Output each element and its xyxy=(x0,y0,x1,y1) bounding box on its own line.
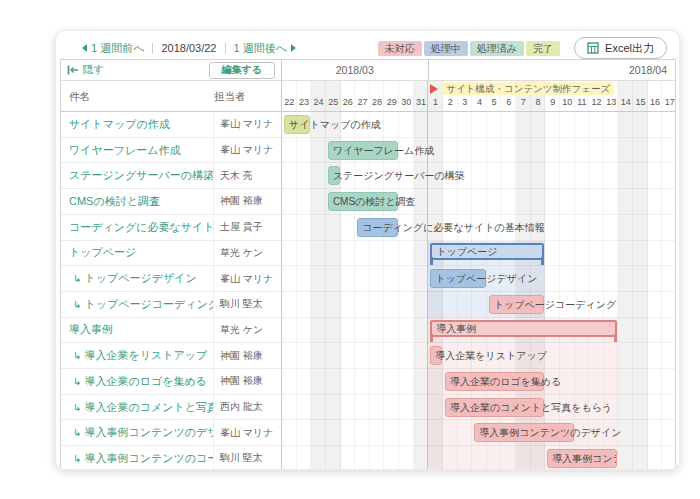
day-number: 26 xyxy=(341,97,356,107)
task-row: ↳導入企業をリストアップ神園 裕康 xyxy=(61,343,281,369)
assignee-label: 草光 ケン xyxy=(213,318,281,343)
toolbar-right: 未対応処理中処理済み完了 Excel出力 xyxy=(378,37,667,59)
subject-column-header: 件名 xyxy=(69,90,90,104)
gantt-bar[interactable]: トップページデザイン xyxy=(430,269,486,288)
chart-row: トップページデザイン xyxy=(282,266,675,292)
parent-gantt-bar[interactable]: トップページ xyxy=(430,243,544,260)
subject-link[interactable]: コーディングに必要なサイトの基本... xyxy=(61,220,213,235)
status-badge-resolved: 処理済み xyxy=(470,41,524,56)
subject-link[interactable]: サイトマップの作成 xyxy=(61,117,213,132)
child-arrow-icon: ↳ xyxy=(73,273,81,284)
day-number: 28 xyxy=(370,97,385,107)
prev-week-link[interactable]: 1 週間前へ xyxy=(82,41,144,56)
milestone-label[interactable]: サイト構成・コンテンツ制作フェーズ xyxy=(442,82,614,95)
assignee-column-header: 担当者 xyxy=(214,90,246,104)
gantt-bar-label: CMSの検討と調査 xyxy=(333,196,416,207)
task-list-header: 件名 担当者 xyxy=(61,81,281,112)
excel-export-button[interactable]: Excel出力 xyxy=(574,37,667,59)
day-number: 5 xyxy=(487,97,502,107)
chart-row: 導入事例コンテンツのコーディング xyxy=(282,446,675,469)
subject-link[interactable]: ↳トップページデザイン xyxy=(61,271,213,286)
parent-gantt-bar[interactable]: 導入事例 xyxy=(430,320,617,337)
subject-text: 導入事例コンテンツのデザイン xyxy=(84,425,213,440)
assignee-label: 峯山 マリナ xyxy=(213,420,281,445)
gantt-bar[interactable]: コーディングに必要なサイトの基本情報 xyxy=(357,218,398,237)
parent-bar-hook xyxy=(541,257,544,265)
day-number: 10 xyxy=(560,97,575,107)
month-label: 2018/03 xyxy=(282,60,428,80)
subject-text: トップページデザイン xyxy=(84,271,196,286)
assignee-label: 峯山 マリナ xyxy=(213,266,281,291)
task-row: ↳導入事例コンテンツのデザイン峯山 マリナ xyxy=(61,420,281,446)
day-number: 8 xyxy=(531,97,546,107)
assignee-label: 駒川 堅太 xyxy=(213,292,281,317)
gantt-bar[interactable]: 導入企業をリストアップ xyxy=(430,346,442,365)
subject-text: 導入事例コンテンツのコーディング xyxy=(84,451,213,466)
milestone-flag-icon xyxy=(430,84,438,94)
chart-row: 導入企業のロゴを集める xyxy=(282,369,675,395)
chart-row: 導入事例 xyxy=(282,318,675,344)
excel-export-label: Excel出力 xyxy=(605,41,654,56)
subject-link[interactable]: ↳導入事例コンテンツのデザイン xyxy=(61,425,213,440)
subject-link[interactable]: ↳導入企業をリストアップ xyxy=(61,348,213,363)
excel-table-icon xyxy=(587,42,599,54)
day-number: 14 xyxy=(618,97,633,107)
day-number: 27 xyxy=(355,97,370,107)
task-row: CMSの検討と調査神園 裕康 xyxy=(61,189,281,215)
gantt-bar[interactable]: 導入事例コンテンツのコーディング xyxy=(547,449,617,468)
subject-link[interactable]: ステージングサーバーの構築 xyxy=(61,168,213,183)
subject-link[interactable]: ↳導入事例コンテンツのコーディング xyxy=(61,451,213,466)
status-badge-done: 完了 xyxy=(526,41,560,56)
gantt-bar[interactable]: ワイヤーフレーム作成 xyxy=(328,141,398,160)
next-week-link[interactable]: 1 週間後へ xyxy=(234,41,296,56)
gantt-bar[interactable]: 導入企業のロゴを集める xyxy=(445,372,544,391)
subject-text: 導入企業のコメントと写真をもらう xyxy=(84,400,213,415)
assignee-label: 神園 裕康 xyxy=(213,189,281,214)
gantt-bar[interactable]: 導入企業のコメントと写真をもらう xyxy=(445,398,544,417)
task-list-rows: サイトマップの作成峯山 マリナワイヤーフレーム作成峯山 マリナステージングサーバ… xyxy=(61,112,281,469)
assignee-label: 西内 龍太 xyxy=(213,395,281,420)
task-row: コーディングに必要なサイトの基本...土屋 貴子 xyxy=(61,215,281,241)
gantt-bar-label: 導入事例コンテンツのコーディング xyxy=(552,453,617,464)
subject-link[interactable]: ↳トップページコーディング xyxy=(61,297,213,312)
child-arrow-icon: ↳ xyxy=(73,453,81,464)
gantt-bar-label: 導入企業をリストアップ xyxy=(435,350,547,361)
task-row: ↳導入事例コンテンツのコーディング駒川 堅太 xyxy=(61,446,281,470)
gantt-bar[interactable]: CMSの検討と調査 xyxy=(328,192,398,211)
task-row: ↳トップページコーディング駒川 堅太 xyxy=(61,292,281,318)
day-number: 2 xyxy=(443,97,458,107)
edit-button[interactable]: 編集する xyxy=(209,62,275,79)
day-number: 23 xyxy=(297,97,312,107)
day-number-row: 2223242526272829303112345678910111213141… xyxy=(282,97,675,110)
gantt-bar-label: トップページデザイン xyxy=(435,273,537,284)
assignee-label: 神園 裕康 xyxy=(213,369,281,394)
subject-link[interactable]: CMSの検討と調査 xyxy=(61,194,213,209)
day-number: 13 xyxy=(604,97,619,107)
chart-row: サイトマップの作成 xyxy=(282,112,675,138)
gantt-bar[interactable]: サイトマップの作成 xyxy=(284,115,310,134)
day-number: 25 xyxy=(326,97,341,107)
chart-row: 導入企業のコメントと写真をもらう xyxy=(282,395,675,421)
subject-text: トップページ xyxy=(69,245,136,260)
hide-panel-button[interactable]: 隠す xyxy=(67,63,104,77)
subject-link[interactable]: ワイヤーフレーム作成 xyxy=(61,143,213,158)
gantt-bar[interactable]: 導入事例コンテンツのデザイン xyxy=(474,423,573,442)
assignee-label: 草光 ケン xyxy=(213,241,281,266)
subject-text: コーディングに必要なサイトの基本... xyxy=(69,220,213,235)
toolbar: 1 週間前へ 2018/03/22 1 週間後へ 未対応処理中処理済み完了 xyxy=(82,36,667,60)
gantt-chart-area: 2018/032018/04 サイト構成・コンテンツ制作フェーズ 2223242… xyxy=(282,60,675,469)
prev-week-label: 1 週間前へ xyxy=(91,41,144,56)
subject-text: 導入事例 xyxy=(69,322,113,337)
gantt-bar[interactable]: トップページコーディング xyxy=(489,295,545,314)
gantt-bar-label: 導入企業のコメントと写真をもらう xyxy=(450,402,612,413)
gantt-table: 隠す 編集する 件名 担当者 サイトマップの作成峯山 マリナワイヤーフレーム作成… xyxy=(60,59,676,469)
collapse-left-icon xyxy=(67,65,79,75)
gantt-bar-label: 導入企業のロゴを集める xyxy=(450,376,561,387)
chart-body: サイトマップの作成ワイヤーフレーム作成ステージングサーバーの構築CMSの検討と調… xyxy=(282,112,675,469)
subject-link[interactable]: 導入事例 xyxy=(61,322,213,337)
subject-link[interactable]: トップページ xyxy=(61,245,213,260)
subject-link[interactable]: ↳導入企業のコメントと写真をもらう xyxy=(61,400,213,415)
subject-link[interactable]: ↳導入企業のロゴを集める xyxy=(61,374,213,389)
gantt-bar[interactable]: ステージングサーバーの構築 xyxy=(328,166,340,185)
chart-row: ステージングサーバーの構築 xyxy=(282,163,675,189)
